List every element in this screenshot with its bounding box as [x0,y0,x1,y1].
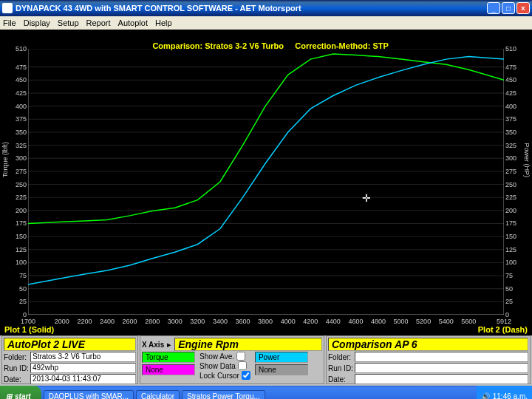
y-axis-left-label: Torque (lbft) [1,142,9,177]
xaxis-label: X Axis [142,341,164,349]
none2-selector[interactable]: None [255,364,308,375]
window-titlebar: DYNAPACK 43 4WD with SMART CONTROL SOFTW… [0,0,532,16]
folder-label: Folder: [4,353,29,361]
plot1-label: Plot 1 (Solid) [4,325,54,334]
y-ticks-right: 0255075100125150175200225250275300325350… [505,49,523,315]
comp-folder-field[interactable] [355,352,528,362]
date-field[interactable]: 2013-04-03 11:43:07 [30,374,136,384]
controls-panel: AutoPlot 2 LIVE Folder:Stratos 3-2 V6 Tu… [0,334,532,386]
show-avg-checkbox[interactable] [236,352,245,361]
minimize-button[interactable]: _ [487,2,500,14]
maximize-button[interactable]: □ [502,2,515,14]
show-avg-label: Show Ave. [200,352,234,361]
crosshair-cursor: ✛ [362,192,371,204]
menu-report[interactable]: Report [86,18,111,27]
plot2-label: Plot 2 (Dash) [478,325,528,334]
taskbar-item-3[interactable]: Stratos Power Torqu... [182,390,265,400]
comparison-box[interactable]: Comparison AP 6 [328,338,528,351]
y-ticks-left: 0255075100125150175200225250275300325350… [9,49,27,315]
show-data-checkbox[interactable] [238,361,247,370]
runid-label: Run ID: [4,364,29,372]
menu-setup[interactable]: Setup [58,18,79,27]
menu-display[interactable]: Display [24,18,50,27]
torque-selector[interactable]: Torque [142,352,195,363]
y-axis-right-label: Power (HP) [523,143,531,177]
menu-bar: File Display Setup Report Autoplot Help [0,16,532,30]
lock-cursor-checkbox[interactable] [242,371,250,380]
menu-help[interactable]: Help [155,18,172,27]
autoplot-live-box[interactable]: AutoPlot 2 LIVE [4,338,136,351]
close-button[interactable]: × [516,2,530,14]
chart-area: Comparison: Stratos 3-2 V6 Turbo Correct… [0,30,532,334]
comp-runid-field[interactable] [355,363,528,373]
taskbar-item-1[interactable]: DAQPLUS with SMAR... [44,390,134,400]
comp-folder-label: Folder: [328,353,353,361]
none1-selector[interactable]: None [142,364,195,375]
app-icon [2,3,13,13]
comp-date-label: Date: [328,375,353,383]
system-tray: 🔊 11:46 a.m. [477,386,532,399]
date-label: Date: [4,375,29,383]
runid-field[interactable]: 492whp [30,363,136,373]
plot-canvas [28,49,504,315]
comp-runid-label: Run ID: [328,364,353,372]
xaxis-arrow-icon[interactable]: ▸ [167,340,171,349]
menu-autoplot[interactable]: Autoplot [118,18,148,27]
clock: 11:46 a.m. [493,392,528,400]
xaxis-value-box[interactable]: Engine Rpm [174,338,322,351]
lock-cursor-label: Lock Cursor [200,372,239,380]
folder-field[interactable]: Stratos 3-2 V6 Turbo [30,352,136,362]
show-data-label: Show Data [200,362,236,370]
power-selector[interactable]: Power [255,352,308,363]
tray-icon[interactable]: 🔊 [481,392,490,400]
menu-file[interactable]: File [3,18,16,27]
start-button[interactable]: ⊞ start [0,386,41,399]
taskbar: ⊞ start DAQPLUS with SMAR... Calculator … [0,386,532,399]
start-icon: ⊞ [6,392,12,400]
window-title: DYNAPACK 43 4WD with SMART CONTROL SOFTW… [16,4,485,13]
comp-date-field[interactable] [355,374,528,384]
taskbar-item-2[interactable]: Calculator [136,390,180,400]
